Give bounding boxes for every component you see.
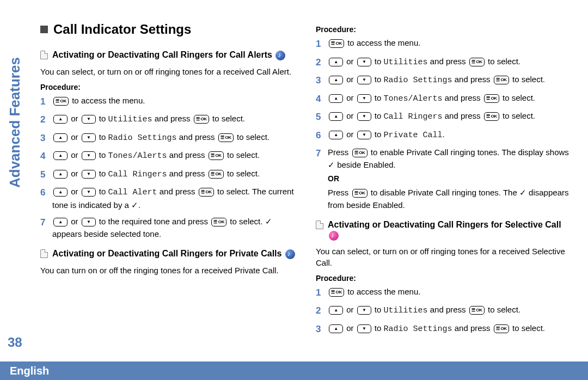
step-row: 6 or to Private Call. <box>316 128 572 143</box>
up-key-icon <box>329 76 343 84</box>
step-text: Press <box>328 148 351 157</box>
step-number: 6 <box>40 186 52 200</box>
menu-item: Tones/Alerts <box>384 94 443 103</box>
step-text: and press <box>428 57 468 66</box>
procedure-label: Procedure: <box>40 83 296 91</box>
step-text: or <box>69 217 81 226</box>
section-body: You can select, or turn on or off ringin… <box>316 246 572 268</box>
step-text: to select. <box>510 323 545 333</box>
step-number: 1 <box>40 95 52 109</box>
up-key-icon <box>329 112 343 121</box>
up-key-icon <box>329 58 343 66</box>
up-key-icon <box>329 131 343 139</box>
step-body: or to Utilities and press to select. <box>328 304 572 317</box>
or-label: OR <box>328 173 572 185</box>
page-icon <box>40 51 48 59</box>
ok-key-icon <box>352 149 367 157</box>
menu-item: Tones/Alerts <box>108 151 167 161</box>
down-key-icon <box>82 115 96 124</box>
page-icon <box>40 249 48 258</box>
step-text: to <box>97 187 108 196</box>
step-alt: Press to disable Private Call ringing to… <box>328 187 572 211</box>
menu-item: Private Call <box>384 131 443 140</box>
step-text: and press <box>152 114 193 123</box>
step-number: 4 <box>40 149 52 163</box>
step-text: to access the menu. <box>70 96 145 105</box>
step-text: to <box>372 75 384 84</box>
subheading-row: Activating or Deactivating Call Ringers … <box>316 219 572 241</box>
step-text: to <box>97 114 108 123</box>
menu-item: Call Alert <box>108 188 157 197</box>
page: Advanced Features 38 English Call Indica… <box>0 0 588 380</box>
ok-key-icon <box>194 115 209 124</box>
step-text: or <box>69 150 81 160</box>
step-row: 3 or to Radio Settings and press to sele… <box>316 322 572 336</box>
menu-item: Call Ringers <box>108 170 167 179</box>
ok-key-icon <box>484 94 499 103</box>
step-text: and press <box>452 75 493 84</box>
up-key-icon <box>53 133 68 142</box>
menu-item: Call Ringers <box>384 112 443 121</box>
up-key-icon <box>53 170 68 179</box>
step-number: 5 <box>40 168 52 182</box>
step-text: or <box>69 169 81 178</box>
step-number: 3 <box>40 131 52 145</box>
step-body: or to Private Call. <box>328 128 572 142</box>
step-text: to select. <box>510 75 545 84</box>
content: Call Indicator Settings Activating or De… <box>40 22 572 340</box>
ok-key-icon <box>211 218 226 226</box>
step-text: . <box>443 130 445 139</box>
down-key-icon <box>82 218 96 226</box>
music-note-icon: ♪ <box>285 249 295 259</box>
step-number: 4 <box>316 92 328 106</box>
down-key-icon <box>357 131 371 139</box>
step-number: 1 <box>316 37 328 51</box>
down-key-icon <box>357 94 371 103</box>
music-note-icon: ♪ <box>275 51 285 60</box>
step-body: or to Radio Settings and press to select… <box>328 322 572 336</box>
up-key-icon <box>53 188 68 197</box>
up-key-icon <box>329 306 343 315</box>
right-column: Procedure: 1 to access the menu. 2 or to… <box>316 22 572 340</box>
ok-key-icon <box>494 76 509 84</box>
step-text: to select. <box>210 114 245 123</box>
step-text: to <box>372 305 384 314</box>
section-body: You can select, or turn on or off ringin… <box>40 66 296 77</box>
step-row: 1 to access the menu. <box>316 37 572 51</box>
step-number: 3 <box>316 322 328 336</box>
step-row: 2 or to Utilities and press to select. <box>316 304 572 318</box>
down-key-icon <box>357 58 371 66</box>
subheading: Activating or Deactivating Call Ringers … <box>328 220 561 229</box>
ok-key-icon <box>209 151 224 160</box>
step-row: 5 or to Call Ringers and press to select… <box>40 168 296 182</box>
step-body: or to Utilities and press to select. <box>52 113 296 126</box>
step-text: and press <box>443 111 483 120</box>
step-number: 5 <box>316 110 328 124</box>
step-text: to select. <box>486 305 520 314</box>
step-row: 3 or to Radio Settings and press to sele… <box>316 73 572 88</box>
step-text: to <box>372 57 384 66</box>
page-title: Call Indicator Settings <box>53 22 191 37</box>
up-key-icon <box>53 115 68 124</box>
step-text: to <box>372 130 384 139</box>
step-number: 2 <box>40 113 52 127</box>
step-text: to <box>372 111 384 120</box>
down-key-icon <box>357 112 371 121</box>
step-body: or to the required tone and press to sel… <box>52 216 296 240</box>
section-body: You can turn on or off the ringing tones… <box>40 265 296 276</box>
step-row: 1 to access the menu. <box>316 286 572 300</box>
down-key-icon <box>357 76 371 84</box>
step-body: to access the menu. <box>52 95 296 107</box>
ok-key-icon <box>329 288 344 297</box>
up-key-icon <box>53 218 68 226</box>
step-row: 3 or to Radio Settings and press to sele… <box>40 131 296 145</box>
subheading-row: Activating or Deactivating Call Ringers … <box>40 49 296 61</box>
step-text: Press <box>328 188 351 197</box>
step-number: 6 <box>316 128 328 143</box>
step-body: to access the menu. <box>328 286 572 298</box>
up-key-icon <box>329 94 343 103</box>
step-text: and press <box>428 305 468 314</box>
title-bullet-icon <box>40 26 48 33</box>
subheading-row: Activating or Deactivating Call Ringers … <box>40 248 296 260</box>
ok-key-icon <box>53 97 69 106</box>
